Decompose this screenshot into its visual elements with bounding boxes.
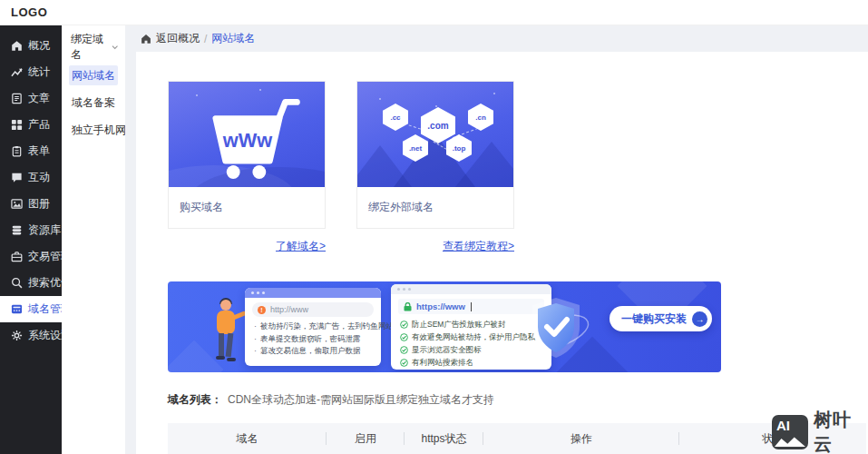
bind-domain-art: .cc .com .cn .net .top — [357, 82, 513, 187]
sidebar-item-stats[interactable]: 统计 — [0, 59, 62, 85]
https-promo-banner[interactable]: ! http://www ·被劫持/污染，充满广告，去到钓鱼网站 ·表单提交数据… — [168, 281, 721, 372]
domain-list-note: 域名列表： CDN全球动态加速-需网站国际版且绑定独立域名才支持 — [168, 392, 868, 408]
sidebar-item-domains[interactable]: 域名管理 — [0, 296, 62, 322]
https-benefit-item: 防止SEM广告投放账户被封 — [412, 318, 505, 331]
sidebar-item-products[interactable]: 产品 — [0, 112, 62, 138]
app-logo: LOGO — [11, 0, 47, 25]
buy-domain-card[interactable]: wWw 购买域名 — [168, 81, 326, 229]
chevron-down-icon — [112, 44, 118, 51]
shield-check-icon — [520, 292, 592, 365]
lock-icon — [404, 302, 412, 311]
buy-domain-title: 购买域名 — [169, 187, 325, 228]
person-illustration — [210, 300, 248, 370]
http-url-bar: ! http://www — [252, 302, 374, 317]
learn-domain-link[interactable]: 了解域名> — [168, 239, 326, 254]
sidebar-item-interaction[interactable]: 互动 — [0, 164, 62, 191]
domain-table-header: 域名 启用 https状态 操作 状态 — [168, 423, 866, 454]
search-icon — [11, 277, 23, 289]
sidebar-item-albums[interactable]: 图册 — [0, 191, 62, 217]
card-links-row: 了解域名> 查看绑定教程> — [168, 239, 868, 254]
sub-sidebar: 绑定域名 网站域名 域名备案 独立手机网站 — [62, 25, 125, 454]
breadcrumb-separator: / — [204, 33, 207, 45]
sidebar-item-overview[interactable]: 概况 — [0, 33, 62, 59]
buy-domain-art: wWw — [169, 82, 325, 187]
mountain-shape — [775, 433, 805, 447]
subnav-group-bind-domain[interactable]: 绑定域名 — [62, 36, 125, 58]
breadcrumb: 返回概况 / 网站域名 — [125, 25, 868, 52]
http-risk-item: 表单提交数据窃听，密码泄露 — [260, 333, 361, 346]
column-header-enabled: 启用 — [327, 423, 405, 454]
https-url-text: https://www — [416, 301, 465, 311]
gear-icon — [11, 330, 23, 341]
column-header-domain: 域名 — [168, 423, 327, 454]
check-circle-icon — [400, 359, 408, 367]
breadcrumb-current: 网站域名 — [211, 31, 255, 46]
watermark-brand: 树叶云 — [814, 408, 868, 454]
column-header-https-status: https状态 — [405, 423, 483, 454]
domain-cards-row: wWw 购买域名 .cc .com . — [168, 81, 868, 229]
hexagon-com: .com — [421, 107, 455, 143]
https-benefit-item: 显示浏览器安全图标 — [412, 343, 482, 356]
sidebar-item-forms[interactable]: 表单 — [0, 138, 62, 164]
ai-image-icon: AI — [772, 415, 808, 449]
arrow-right-icon: → — [692, 311, 707, 327]
briefcase-icon — [11, 251, 23, 262]
hexagon-cn: .cn — [468, 104, 493, 131]
https-benefit-item: 有效避免网站被劫持，保护用户隐私 — [412, 331, 535, 343]
main-sidebar: 概况 统计 文章 产品 表单 互动 图册 资源库 交易管理 搜索优化 域名管理 — [0, 25, 62, 454]
svg-text:wWw: wWw — [222, 129, 272, 152]
https-benefit-item: 有利网站搜索排名 — [412, 356, 473, 369]
bind-domain-title: 绑定外部域名 — [357, 187, 513, 228]
article-icon — [11, 93, 23, 104]
image-icon — [11, 198, 23, 210]
content-area: 返回概况 / 网站域名 wWw — [125, 25, 868, 454]
home-icon — [141, 34, 151, 44]
subnav-item-website-domain[interactable]: 网站域名 — [69, 65, 118, 85]
http-browser-window: ! http://www ·被劫持/污染，充满广告，去到钓鱼网站 ·表单提交数据… — [245, 288, 381, 366]
subnav-item-mobile-site[interactable]: 独立手机网站 — [69, 120, 118, 140]
column-header-actions: 操作 — [483, 423, 679, 454]
chat-icon — [11, 172, 23, 183]
subnav-item-domain-filing[interactable]: 域名备案 — [69, 93, 118, 113]
product-grid-icon — [11, 119, 23, 131]
cart-www-icon: wWw — [169, 82, 325, 187]
sidebar-item-library[interactable]: 资源库 — [0, 217, 62, 243]
sidebar-item-articles[interactable]: 文章 — [0, 85, 62, 112]
sidebar-item-settings[interactable]: 系统设置 — [0, 322, 62, 349]
http-risk-item: 篡改交易信息，偷取用户数据 — [260, 345, 361, 358]
main-panel: wWw 购买域名 .cc .com . — [136, 52, 868, 454]
watermark: AI 树叶云 — [772, 408, 868, 454]
breadcrumb-back-link[interactable]: 返回概况 — [156, 31, 200, 46]
http-risk-item: 被劫持/污染，充满广告，去到钓鱼网站 — [260, 321, 394, 333]
domain-list-tip: CDN全球动态加速-需网站国际版且绑定独立域名才支持 — [228, 392, 494, 408]
bind-tutorial-link[interactable]: 查看绑定教程> — [356, 239, 514, 254]
check-circle-icon — [400, 333, 408, 341]
http-url-text: http://www — [270, 305, 308, 314]
domain-list-label: 域名列表： — [168, 392, 222, 408]
bind-domain-card[interactable]: .cc .com .cn .net .top 绑定外部域名 — [356, 81, 514, 229]
form-icon — [11, 145, 23, 157]
warning-icon: ! — [258, 306, 266, 314]
stats-icon — [11, 66, 23, 78]
hexagon-cc: .cc — [383, 104, 408, 131]
text-cursor — [471, 302, 472, 311]
top-bar: LOGO — [0, 0, 868, 25]
domain-icon — [11, 303, 23, 315]
one-click-buy-install-button[interactable]: 一键购买安装 → — [610, 306, 712, 331]
sidebar-item-seo[interactable]: 搜索优化 — [0, 270, 62, 296]
check-circle-icon — [400, 321, 408, 329]
check-circle-icon — [400, 346, 408, 354]
library-icon — [11, 224, 23, 236]
home-icon — [11, 40, 23, 52]
sidebar-item-trade[interactable]: 交易管理 — [0, 243, 62, 270]
